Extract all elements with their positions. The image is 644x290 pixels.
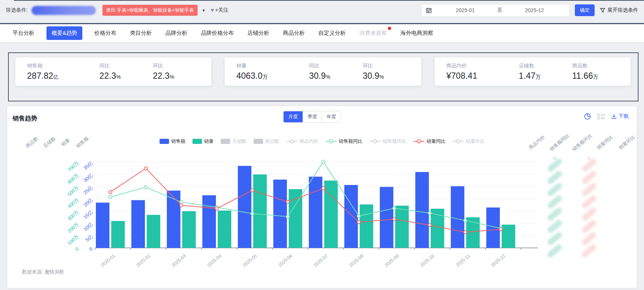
sales-trend-card: 销售趋势 月度季度年度 下载 销售额销量店铺数商品数商品均价销售额同比销售额环比… bbox=[7, 106, 637, 288]
svg-text:15亿: 15亿 bbox=[82, 209, 94, 220]
download-icon bbox=[611, 114, 617, 119]
kpi-metric: 商品均价¥708.41 bbox=[446, 62, 519, 81]
tab-品牌价格分布[interactable]: 品牌价格分布 bbox=[199, 26, 235, 40]
kpi-value-number: 11.66 bbox=[572, 71, 593, 81]
kpi-metric-value: 30.9% bbox=[363, 71, 409, 81]
kpi-metric-value: 22.3% bbox=[153, 71, 199, 81]
kpi-value-unit: 万 bbox=[593, 74, 598, 80]
confirm-button[interactable]: 确定 bbox=[575, 4, 595, 16]
kpi-metric-label: 环比 bbox=[153, 63, 199, 69]
chart-tools: 下载 bbox=[584, 112, 629, 120]
follow-label: +关注 bbox=[215, 7, 228, 14]
svg-text:2025-11: 2025-11 bbox=[455, 253, 471, 268]
svg-text:400万: 400万 bbox=[67, 197, 80, 209]
tab-概要&趋势[interactable]: 概要&趋势 bbox=[46, 26, 82, 40]
tab-消费者观察[interactable]: 消费者观察 bbox=[358, 26, 388, 40]
kpi-metric-label: 同比 bbox=[100, 63, 153, 69]
tab-自定义分析[interactable]: 自定义分析 bbox=[317, 26, 347, 40]
tab-label: 平台分析 bbox=[12, 30, 34, 36]
svg-text:300万: 300万 bbox=[67, 209, 80, 222]
kpi-value-number: 287.82 bbox=[27, 71, 53, 81]
kpi-metric: 环比22.3% bbox=[153, 62, 199, 81]
tab-平台分析[interactable]: 平台分析 bbox=[11, 26, 36, 40]
download-button[interactable]: 下载 bbox=[611, 113, 629, 120]
date-from-value[interactable]: 2025-01 bbox=[435, 7, 496, 13]
chevron-down-icon[interactable]: ▼ bbox=[202, 8, 206, 12]
svg-text:2025-02: 2025-02 bbox=[135, 253, 151, 268]
svg-text:5亿: 5亿 bbox=[85, 234, 94, 242]
kpi-value-unit: % bbox=[326, 74, 330, 80]
svg-text:销售额环比: 销售额环比 bbox=[571, 133, 593, 152]
kpi-value-unit: % bbox=[116, 74, 121, 80]
download-label: 下载 bbox=[618, 113, 629, 120]
kpi-metric-value: 30.9% bbox=[309, 71, 363, 81]
tab-label: 品牌分析 bbox=[165, 30, 187, 36]
kpi-metric-value: 4063.0万 bbox=[236, 71, 309, 81]
tab-品牌分析[interactable]: 品牌分析 bbox=[164, 26, 189, 40]
kpi-metric-value: ¥708.41 bbox=[446, 71, 519, 81]
tab-label: 概要&趋势 bbox=[52, 30, 77, 36]
funnel-icon bbox=[600, 7, 606, 13]
tab-店铺分析[interactable]: 店铺分析 bbox=[246, 26, 271, 40]
trend-chart[interactable]: 00100万5亿200万10亿300万15亿400万20亿500万25亿600万… bbox=[7, 121, 637, 278]
tab-label: 海外电商洞察 bbox=[400, 30, 433, 36]
calendar-icon bbox=[426, 7, 432, 13]
svg-text:0: 0 bbox=[74, 246, 80, 252]
kpi-value-number: ¥708.41 bbox=[446, 71, 478, 81]
kpi-value-unit: % bbox=[379, 74, 384, 80]
follow-button[interactable]: ♥ +关注 bbox=[211, 7, 229, 14]
kpi-metric-label: 同比 bbox=[309, 63, 363, 69]
tab-海外电商洞察[interactable]: 海外电商洞察 bbox=[399, 26, 435, 40]
tab-label: 品牌价格分布 bbox=[201, 30, 234, 36]
kpi-value-number: 30.9 bbox=[363, 71, 379, 81]
expand-filters-label: 展开筛选条件 bbox=[607, 7, 638, 14]
svg-text:%: % bbox=[587, 156, 591, 160]
svg-text:店铺数: 店铺数 bbox=[42, 135, 57, 149]
kpi-value-number: 1.47 bbox=[519, 71, 536, 81]
expand-filters-button[interactable]: 展开筛选条件 bbox=[600, 7, 638, 14]
kpi-metric: 同比30.9% bbox=[309, 62, 363, 81]
kpi-card: 商品均价¥708.41店铺数1.47万商品数11.66万 bbox=[435, 57, 630, 86]
svg-text:商品均价: 商品均价 bbox=[528, 134, 546, 150]
analysis-tab-bar: 平台分析概要&趋势价格分布类目分析品牌分析品牌价格分布店铺分析商品分析自定义分析… bbox=[0, 23, 644, 42]
keyword-filter-redacted[interactable] bbox=[31, 6, 96, 15]
tab-商品分析[interactable]: 商品分析 bbox=[281, 26, 306, 40]
svg-text:200万: 200万 bbox=[67, 222, 80, 234]
svg-text:销量同比: 销量同比 bbox=[596, 134, 614, 150]
svg-text:100万: 100万 bbox=[67, 234, 80, 246]
pie-chart-icon bbox=[584, 112, 591, 120]
date-range-picker[interactable]: 2025-01 至 2025-12 bbox=[421, 4, 570, 17]
kpi-metric: 同比22.3% bbox=[100, 62, 153, 81]
tab-价格分布[interactable]: 价格分布 bbox=[93, 26, 118, 40]
tab-label: 店铺分析 bbox=[247, 30, 269, 36]
kpi-metric-label: 销售额 bbox=[27, 63, 100, 69]
kpi-metric: 商品数11.66万 bbox=[572, 62, 619, 81]
kpi-metric-label: 店铺数 bbox=[519, 63, 572, 69]
pie-chart-view-button[interactable] bbox=[584, 112, 591, 120]
svg-text:%: % bbox=[553, 156, 557, 160]
kpi-card: 销量4063.0万同比30.9%环比30.9% bbox=[225, 57, 421, 86]
kpi-metric-label: 商品数 bbox=[572, 63, 619, 69]
kpi-value-unit: 亿 bbox=[53, 74, 59, 80]
tab-label: 自定义分析 bbox=[318, 30, 346, 36]
svg-text:2025-05: 2025-05 bbox=[242, 253, 258, 268]
svg-text:20亿: 20亿 bbox=[82, 197, 94, 208]
kpi-metric: 销量4063.0万 bbox=[236, 62, 309, 81]
svg-text:0: 0 bbox=[88, 246, 94, 252]
svg-text:2025-07: 2025-07 bbox=[313, 253, 329, 268]
svg-text:商品数: 商品数 bbox=[25, 135, 39, 149]
category-filter-tag[interactable]: 类目:手表>智能腕表、智能设备>智能手表 bbox=[102, 5, 198, 16]
svg-text:销售额同比: 销售额同比 bbox=[548, 133, 570, 152]
svg-text:2025-06: 2025-06 bbox=[277, 253, 293, 268]
date-to-value[interactable]: 2025-12 bbox=[504, 7, 565, 13]
kpi-summary-band: 销售额287.82亿同比22.3%环比22.3%销量4063.0万同比30.9%… bbox=[8, 52, 639, 101]
kpi-metric-value: 22.3% bbox=[100, 71, 153, 81]
svg-text:700万: 700万 bbox=[67, 160, 80, 173]
tab-类目分析[interactable]: 类目分析 bbox=[128, 26, 153, 40]
svg-text:销量: 销量 bbox=[60, 137, 71, 147]
tab-label: 商品分析 bbox=[283, 30, 305, 36]
table-view-button[interactable] bbox=[597, 113, 606, 120]
svg-text:销量环比: 销量环比 bbox=[618, 134, 636, 150]
svg-text:2025-01: 2025-01 bbox=[100, 253, 116, 268]
tab-label: 价格分布 bbox=[94, 30, 116, 36]
